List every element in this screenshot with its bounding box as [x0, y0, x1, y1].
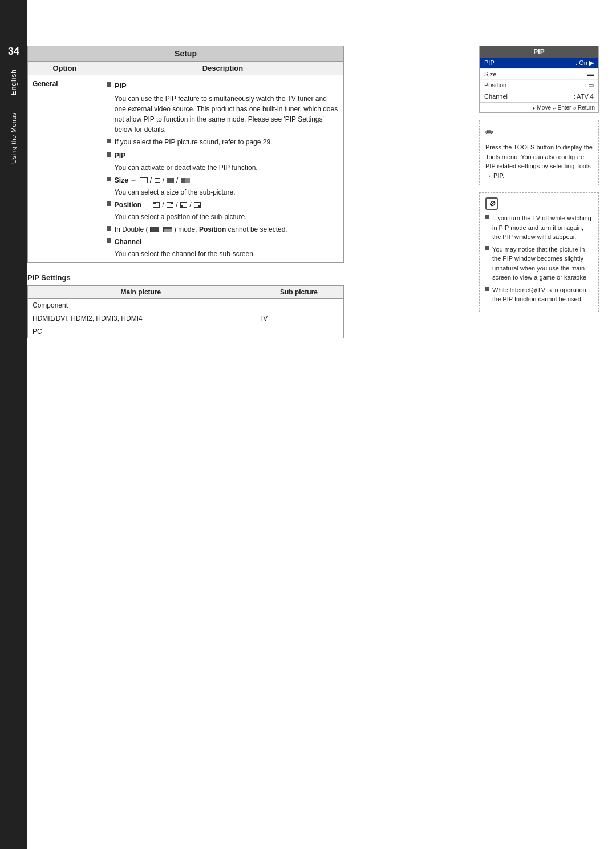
table-row: PC	[28, 325, 344, 338]
position-bold: Position	[199, 225, 226, 233]
size-desc: You can select a size of the sub-picture…	[115, 187, 339, 197]
size-icon-dark	[167, 178, 174, 183]
sidebar-using-label: Using the Menus	[10, 112, 17, 164]
double-icon1	[150, 227, 159, 232]
position-label: Position	[115, 201, 141, 209]
position-line: Position → / / /	[115, 200, 339, 210]
pos-icon-tl	[153, 202, 160, 208]
info-box: ⊘ If you turn the TV off while watching …	[479, 192, 599, 312]
bullet-icon7	[107, 238, 111, 243]
note-box: ✏ Press the TOOLS button to display the …	[479, 120, 599, 185]
info-bullet: You may notice that the picture in the P…	[485, 245, 593, 282]
table-row: Component	[28, 298, 344, 312]
bullet-icon3	[107, 152, 111, 157]
size-label: Size	[115, 176, 128, 184]
pip-menu-box: PIP PIP: On ▶Size: ▬Position: ▭Channel: …	[479, 46, 599, 113]
pip-menu-val: : ▬	[584, 71, 594, 78]
pip-menu-val: : On ▶	[576, 59, 594, 67]
pip-main-cell: PC	[28, 325, 254, 338]
pip-menu-val: : ATV 4	[574, 93, 594, 100]
size-icon-split	[181, 178, 190, 183]
pip-menu-row: Channel: ATV 4	[480, 91, 598, 102]
position-desc: You can select a position of the sub-pic…	[115, 212, 339, 222]
pip-sub-cell: TV	[254, 312, 343, 325]
info-bullet: If you turn the TV off while watching in…	[485, 213, 593, 242]
pip-menu-key: Channel	[484, 93, 508, 100]
pip-menu-key: PIP	[484, 59, 495, 67]
option-general: General	[28, 75, 102, 263]
pip-main-desc: You can use the PIP feature to simultane…	[115, 94, 339, 135]
channel-desc: You can select the channel for the sub-s…	[115, 249, 339, 259]
channel-title: Channel	[115, 237, 141, 247]
col-description-header: Description	[102, 62, 343, 75]
left-sidebar: 34 English Using the Menus	[0, 0, 27, 849]
info-bullet-text: If you turn the TV off while watching in…	[492, 213, 593, 242]
position-entry: Position → / / /	[107, 200, 339, 210]
pip-menu-row: Position: ▭	[480, 80, 598, 91]
info-bullet-text: You may notice that the picture in the P…	[492, 245, 593, 282]
description-cell: PIP You can use the PIP feature to simul…	[102, 75, 343, 263]
pip-menu-key: Size	[484, 71, 496, 78]
info-bullet: While Internet@TV is in operation, the P…	[485, 285, 593, 304]
sub-pip-entry: PIP	[107, 151, 339, 161]
note-bullet: Press the TOOLS button to display the To…	[485, 143, 593, 180]
info-bullet-icon	[485, 287, 489, 291]
pip-menu-row: PIP: On ▶	[480, 58, 598, 69]
info-bullet-text: While Internet@TV is in operation, the P…	[492, 285, 593, 304]
size-icon-large	[140, 177, 148, 183]
pip-note-bullet: If you select the PIP picture sound, ref…	[107, 137, 339, 147]
size-entry: Size → / / /	[107, 175, 339, 185]
pip-menu-row: Size: ▬	[480, 69, 598, 80]
setup-table: Setup Option Description General PIP You…	[27, 46, 344, 263]
table-row: HDMI1/DVI, HDMI2, HDMI3, HDMI4TV	[28, 312, 344, 325]
note-text: Press the TOOLS button to display the To…	[485, 144, 593, 179]
bullet-icon4	[107, 177, 111, 181]
pos-icon-br	[194, 202, 201, 208]
pos-icon-tr	[167, 202, 173, 208]
bullet-icon2	[107, 139, 111, 143]
sub-pip-title: PIP	[115, 151, 125, 161]
pip-note-text: If you select the PIP picture sound, ref…	[115, 137, 339, 147]
position-arrow: →	[144, 201, 152, 209]
bullet-icon5	[107, 201, 111, 206]
setup-header: Setup	[28, 46, 344, 62]
pip-menu-val: : ▭	[585, 82, 594, 89]
sub-pip-desc: You can activate or deactivate the PIP f…	[115, 163, 339, 173]
pip-main-cell: HDMI1/DVI, HDMI2, HDMI3, HDMI4	[28, 312, 254, 325]
pip-sub-cell	[254, 325, 343, 338]
double-icon2	[163, 227, 172, 232]
pip-sub-col-header: Sub picture	[254, 285, 343, 298]
pip-main-title: PIP	[115, 80, 127, 92]
pos-icon-bl	[180, 202, 187, 208]
pencil-icon: ✏	[485, 125, 593, 140]
pip-main-cell: Component	[28, 298, 254, 312]
col-option-header: Option	[28, 62, 102, 75]
channel-entry: Channel	[107, 237, 339, 247]
pip-sub-cell	[254, 298, 343, 312]
pip-settings-table: Main picture Sub picture ComponentHDMI1/…	[27, 285, 344, 338]
pip-menu-footer: ⬥ Move ↵ Enter ↺ Return	[480, 102, 598, 112]
pip-main-entry: PIP	[107, 80, 339, 92]
pip-main-col-header: Main picture	[28, 285, 254, 298]
double-mode-entry: In Double ( , ) mode, Position cannot be…	[107, 224, 339, 235]
info-bullet-icon	[485, 215, 489, 219]
double-mode-text: In Double ( , ) mode, Position cannot be…	[115, 224, 339, 235]
page-number: 34	[8, 46, 19, 58]
pip-menu-title: PIP	[480, 46, 598, 58]
info-icon: ⊘	[485, 197, 498, 210]
table-row: General PIP You can use the PIP feature …	[28, 75, 344, 263]
bullet-icon6	[107, 226, 111, 231]
size-arrow: →	[130, 176, 139, 184]
right-panel: PIP PIP: On ▶Size: ▬Position: ▭Channel: …	[479, 46, 599, 312]
sidebar-english-label: English	[10, 69, 18, 95]
bullet-icon	[107, 82, 111, 87]
size-line: Size → / / /	[115, 175, 339, 185]
info-bullet-icon	[485, 246, 489, 250]
size-icon-medium	[155, 178, 160, 183]
pip-menu-key: Position	[484, 82, 506, 89]
